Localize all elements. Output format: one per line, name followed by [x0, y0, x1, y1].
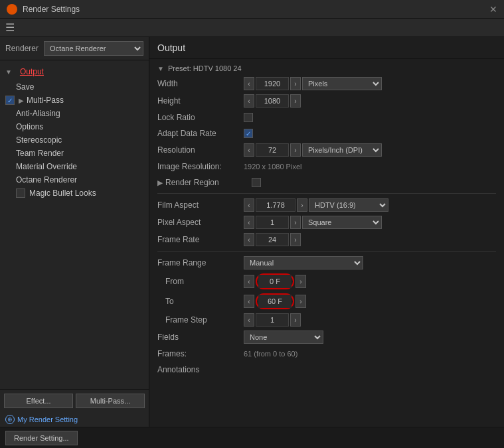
frame-rate-input[interactable] — [256, 233, 289, 246]
render-region-expand[interactable]: ▶ — [157, 179, 163, 187]
width-label: Width — [157, 79, 244, 88]
sidebar-item-magic-bullet[interactable]: Magic Bullet Looks — [0, 187, 149, 200]
width-control: ‹ › Pixels — [244, 77, 382, 90]
sidebar-item-multi-pass[interactable]: ✓ ▶ Multi-Pass — [0, 94, 149, 107]
film-aspect-input[interactable] — [256, 198, 295, 212]
sidebar-item-output[interactable]: ▼ Output — [0, 63, 149, 80]
from-highlight — [256, 273, 294, 289]
to-label: To — [157, 297, 244, 306]
render-setting-button[interactable]: Render Setting... — [5, 431, 78, 445]
film-aspect-increment[interactable]: › — [297, 198, 307, 212]
annotations-row: Annotations — [157, 362, 496, 378]
adapt-data-rate-checkbox[interactable]: ✓ — [244, 129, 253, 138]
bottom-bar: Render Setting... — [0, 427, 504, 448]
film-aspect-unit-select[interactable]: HDTV (16:9) — [309, 198, 388, 212]
from-increment[interactable]: › — [295, 275, 306, 288]
resolution-decrement[interactable]: ‹ — [244, 143, 254, 157]
sidebar-label-options: Options — [16, 122, 43, 131]
lock-ratio-checkbox[interactable] — [244, 113, 253, 122]
sidebar-item-octane-renderer[interactable]: Octane Renderer — [0, 173, 149, 187]
width-row: Width ‹ › Pixels — [157, 75, 496, 92]
sidebar-item-team-render[interactable]: Team Render — [0, 147, 149, 160]
fields-control: None — [244, 331, 323, 344]
frame-range-label: Frame Range — [157, 258, 244, 267]
sidebar-item-material-override[interactable]: Material Override — [0, 160, 149, 173]
film-aspect-row: Film Aspect ‹ › HDTV (16:9) — [157, 196, 496, 214]
fields-row: Fields None — [157, 329, 496, 346]
width-input[interactable] — [256, 77, 289, 90]
width-decrement[interactable]: ‹ — [244, 77, 254, 90]
main-layout: Renderer Octane Renderer ▼ Output Save ✓… — [0, 37, 504, 427]
render-region-label: Render Region — [165, 178, 252, 187]
film-aspect-decrement[interactable]: ‹ — [244, 198, 254, 212]
to-highlight — [256, 293, 294, 309]
frame-rate-decrement[interactable]: ‹ — [244, 233, 254, 246]
preset-row: ▼ Preset: HDTV 1080 24 — [157, 62, 496, 75]
to-decrement[interactable]: ‹ — [244, 295, 254, 308]
pixel-aspect-row: Pixel Aspect ‹ › Square — [157, 214, 496, 231]
menu-bar: ☰ — [0, 19, 504, 37]
frames-value: 61 (from 0 to 60) — [244, 350, 297, 358]
pixel-aspect-input[interactable] — [256, 216, 289, 229]
resolution-input[interactable] — [256, 143, 289, 157]
output-title: Output — [157, 42, 185, 53]
height-decrement[interactable]: ‹ — [244, 94, 254, 108]
sidebar-tree: ▼ Output Save ✓ ▶ Multi-Pass Anti-Aliasi… — [0, 60, 149, 389]
height-increment[interactable]: › — [290, 94, 301, 108]
menu-icon[interactable]: ☰ — [5, 21, 15, 34]
content-title: Output — [149, 37, 504, 59]
renderer-select[interactable]: Octane Renderer — [44, 41, 143, 56]
frame-step-decrement[interactable]: ‹ — [244, 313, 254, 327]
width-increment[interactable]: › — [290, 77, 301, 90]
sidebar-item-stereoscopic[interactable]: Stereoscopic — [0, 133, 149, 147]
adapt-data-rate-label: Adapt Data Rate — [157, 129, 244, 138]
sidebar-label-team-render: Team Render — [16, 149, 64, 158]
to-increment[interactable]: › — [295, 295, 306, 308]
effect-button[interactable]: Effect... — [4, 394, 73, 408]
sidebar-label-save: Save — [16, 82, 34, 92]
height-label: Height — [157, 96, 244, 106]
fields-select[interactable]: None — [244, 331, 323, 344]
annotations-label: Annotations — [157, 365, 244, 374]
frame-rate-increment[interactable]: › — [290, 233, 301, 246]
render-region-checkbox[interactable] — [252, 178, 261, 187]
frame-step-increment[interactable]: › — [290, 313, 301, 327]
from-control: ‹ › — [244, 273, 306, 289]
sidebar-item-options[interactable]: Options — [0, 120, 149, 133]
frame-range-select[interactable]: Manual — [244, 256, 363, 269]
pixel-aspect-increment[interactable]: › — [290, 216, 301, 229]
resolution-row: Resolution ‹ › Pixels/Inch (DPI) — [157, 141, 496, 159]
sidebar-label-material-override: Material Override — [16, 162, 77, 171]
resolution-unit-select[interactable]: Pixels/Inch (DPI) — [302, 143, 382, 157]
resolution-label: Resolution — [157, 145, 244, 155]
pixel-aspect-decrement[interactable]: ‹ — [244, 216, 254, 229]
to-input[interactable] — [258, 295, 292, 308]
preset-label: Preset: HDTV 1080 24 — [168, 64, 242, 72]
magic-bullet-checkbox[interactable] — [16, 188, 25, 198]
height-row: Height ‹ › — [157, 92, 496, 110]
frames-label: Frames: — [157, 349, 244, 358]
film-aspect-label: Film Aspect — [157, 200, 244, 210]
multi-pass-button[interactable]: Multi-Pass... — [76, 394, 145, 408]
preset-collapse-icon[interactable]: ▼ — [157, 65, 164, 72]
frame-step-input[interactable] — [256, 313, 289, 327]
adapt-data-rate-row: Adapt Data Rate ✓ — [157, 125, 496, 141]
film-aspect-control: ‹ › HDTV (16:9) — [244, 198, 388, 212]
sidebar: Renderer Octane Renderer ▼ Output Save ✓… — [0, 37, 149, 427]
from-decrement[interactable]: ‹ — [244, 275, 254, 288]
frame-range-control: Manual — [244, 256, 363, 269]
from-input[interactable] — [258, 275, 292, 288]
close-button[interactable]: ✕ — [489, 4, 497, 15]
sidebar-item-save[interactable]: Save — [0, 80, 149, 94]
multi-pass-checkbox[interactable]: ✓ — [5, 96, 15, 105]
height-input[interactable] — [256, 94, 289, 108]
sidebar-label-output[interactable]: Output — [15, 65, 49, 78]
pixel-aspect-unit-select[interactable]: Square — [302, 216, 382, 229]
resolution-control: ‹ › Pixels/Inch (DPI) — [244, 143, 382, 157]
resolution-increment[interactable]: › — [290, 143, 301, 157]
sidebar-item-anti-aliasing[interactable]: Anti-Aliasing — [0, 107, 149, 120]
render-setting-link[interactable]: ⊕ My Render Setting — [0, 412, 149, 427]
frame-rate-row: Frame Rate ‹ › — [157, 231, 496, 248]
width-unit-select[interactable]: Pixels — [302, 77, 382, 90]
app-icon — [7, 4, 17, 15]
